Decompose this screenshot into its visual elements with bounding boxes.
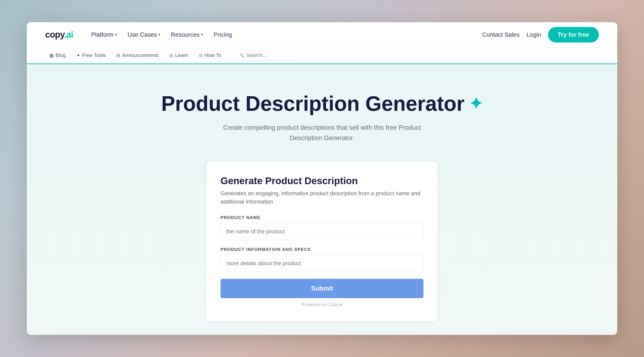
submit-button[interactable]: Submit (220, 279, 424, 298)
product-info-group: PRODUCT INFORMATION AND SPECS (220, 247, 424, 272)
product-name-group: PRODUCT NAME (220, 215, 424, 240)
hero-title: Product Description Generator ✦ (27, 92, 617, 116)
product-info-label: PRODUCT INFORMATION AND SPECS (220, 247, 424, 252)
chevron-down-icon: ▾ (158, 32, 160, 37)
nav-right: Contact Sales Login Try for free (482, 27, 599, 43)
form-subtitle: Generates an engaging, informative produ… (220, 189, 424, 206)
nav-main: Platform ▾ Use Cases ▾ Resources ▾ Prici… (87, 29, 236, 41)
sub-nav-free-tools[interactable]: ✦ Free Tools (72, 51, 110, 60)
product-info-input[interactable] (220, 255, 424, 272)
learn-icon: ◎ (169, 53, 173, 58)
logo: copy.ai (45, 30, 73, 40)
nav-use-cases[interactable]: Use Cases ▾ (124, 29, 164, 41)
star-icon: ✦ (469, 94, 483, 113)
search-bar[interactable]: 🔍 (235, 50, 298, 61)
product-name-input[interactable] (220, 223, 424, 240)
try-free-button[interactable]: Try for free (548, 27, 599, 43)
powered-by: Powered by Copy.ai (220, 302, 424, 307)
contact-sales-link[interactable]: Contact Sales (482, 31, 520, 38)
sub-nav-how-to[interactable]: ⊙ How To (195, 51, 226, 60)
sub-nav: ▦ Blog ✦ Free Tools ⊟ Announcements ◎ Le… (27, 48, 617, 64)
nav-resources[interactable]: Resources ▾ (167, 29, 207, 41)
search-icon: 🔍 (240, 53, 244, 58)
chevron-down-icon: ▾ (201, 32, 203, 37)
chevron-down-icon: ▾ (115, 32, 117, 37)
nav-pricing[interactable]: Pricing (210, 29, 236, 41)
form-title: Generate Product Description (220, 175, 424, 186)
product-name-label: PRODUCT NAME (220, 215, 424, 220)
nav-platform[interactable]: Platform ▾ (87, 29, 121, 41)
blog-icon: ▦ (49, 53, 54, 58)
browser-window: copy.ai Platform ▾ Use Cases ▾ Resources… (27, 22, 617, 335)
sub-nav-blog[interactable]: ▦ Blog (45, 51, 70, 60)
login-link[interactable]: Login (526, 31, 541, 38)
tools-icon: ✦ (76, 53, 80, 58)
announcements-icon: ⊟ (116, 53, 120, 58)
form-card: Generate Product Description Generates a… (207, 162, 437, 321)
sub-nav-announcements[interactable]: ⊟ Announcements (112, 51, 163, 60)
search-input[interactable] (246, 52, 293, 58)
top-nav: copy.ai Platform ▾ Use Cases ▾ Resources… (27, 22, 617, 48)
hero-section: Product Description Generator ✦ Create c… (27, 83, 617, 162)
main-content: Product Description Generator ✦ Create c… (27, 64, 617, 335)
nav-left: copy.ai Platform ▾ Use Cases ▾ Resources… (45, 29, 236, 41)
how-to-icon: ⊙ (199, 53, 203, 58)
hero-subtitle: Create compelling product descriptions t… (218, 123, 426, 143)
sub-nav-learn[interactable]: ◎ Learn (165, 51, 192, 60)
